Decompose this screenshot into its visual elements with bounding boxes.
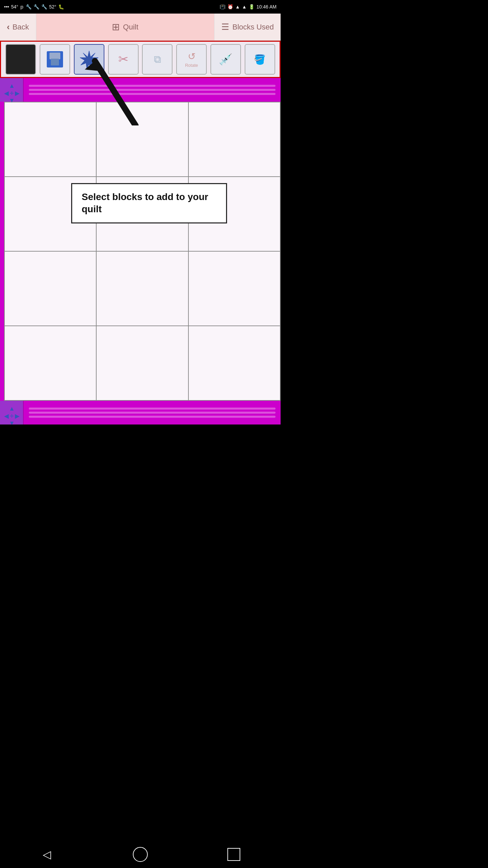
signal-icon: ▲ <box>242 4 247 9</box>
back-label: Back <box>13 23 29 32</box>
wifi-icon: ▲ <box>235 4 240 9</box>
quilt-tab[interactable]: ⊞ Quilt <box>36 14 214 40</box>
grid-cell-0-1[interactable] <box>97 102 188 177</box>
grid-cell-2-1[interactable] <box>97 252 188 326</box>
move-arrows-icon-bottom: ▲ ◀✛▶ ▼ <box>4 405 19 420</box>
scroll-line-b2 <box>29 412 276 414</box>
scroll-indicator-bottom <box>24 408 281 418</box>
scroll-line-3 <box>29 93 276 95</box>
grid-cell-3-0[interactable] <box>5 326 97 401</box>
eyedropper-icon: 💉 <box>219 53 232 66</box>
scroll-indicator-top <box>24 85 281 95</box>
scroll-line-b3 <box>29 416 276 418</box>
rotate-tool[interactable]: ↺ Rotate <box>176 44 207 75</box>
back-button[interactable]: ‹ Back <box>0 14 36 40</box>
wrench-icon-3: 🔧 <box>41 4 47 9</box>
navigation-bar: ‹ Back ⊞ Quilt ☰ Blocks Used <box>0 14 281 41</box>
bug-icon: 🐛 <box>58 4 64 9</box>
list-icon: ☰ <box>221 22 229 32</box>
battery-icon: 🔋 <box>249 4 255 9</box>
wrench-icon-1: 🔧 <box>26 4 32 9</box>
blocks-used-label: Blocks Used <box>232 23 274 32</box>
grid-cell-3-2[interactable] <box>189 326 281 401</box>
status-right: 📳 ⏰ ▲ ▲ 🔋 10:46 AM <box>220 4 277 9</box>
rotate-icon: ↺ <box>188 51 196 62</box>
eyedropper-tool[interactable]: 💉 <box>210 44 241 75</box>
toolbar: ✂ ⧉ ↺ Rotate 💉 🪣 <box>0 41 281 78</box>
copy-icon: ⧉ <box>154 54 161 65</box>
svg-marker-0 <box>80 51 98 68</box>
move-arrows-icon: ▲ ◀✛▶ ▼ <box>4 82 19 97</box>
wrench-icon-2: 🔧 <box>34 4 39 9</box>
time-display: 10:46 AM <box>257 4 277 9</box>
move-button-bottom[interactable]: ▲ ◀✛▶ ▼ <box>0 401 24 425</box>
save-tool[interactable] <box>40 44 70 75</box>
grid-cell-0-0[interactable] <box>5 102 97 177</box>
black-square-tool[interactable] <box>5 44 36 75</box>
quilt-area: ▲ ◀✛▶ ▼ ▲ ◀✛▶ <box>0 78 281 425</box>
scroll-line-b1 <box>29 408 276 410</box>
scroll-line-1 <box>29 85 276 87</box>
quilt-top-bar: ▲ ◀✛▶ ▼ <box>0 78 281 102</box>
status-bar: ••• 54° 𝕡 🔧 🔧 🔧 52° 🐛 📳 ⏰ ▲ ▲ 🔋 10:46 AM <box>0 0 281 14</box>
vibrate-icon: 📳 <box>220 4 225 9</box>
rotate-label: Rotate <box>185 63 198 68</box>
blocks-used-tab[interactable]: ☰ Blocks Used <box>214 14 281 40</box>
grid-icon: ⊞ <box>112 21 120 33</box>
scroll-line-2 <box>29 89 276 91</box>
scissors-icon: ✂ <box>118 52 128 66</box>
grid-cell-3-1[interactable] <box>97 326 188 401</box>
select-blocks-tooltip: Select blocks to add to your quilt <box>71 183 227 223</box>
left-purple-bar <box>0 78 4 425</box>
alarm-icon: ⏰ <box>227 4 233 9</box>
temperature-2: 52° <box>49 4 56 9</box>
quilt-label: Quilt <box>123 23 138 32</box>
status-left: ••• 54° 𝕡 🔧 🔧 🔧 52° 🐛 <box>4 4 64 9</box>
grid-cell-0-2[interactable] <box>189 102 281 177</box>
pinterest-icon: 𝕡 <box>20 4 24 9</box>
starburst-tool[interactable] <box>74 44 104 75</box>
copy-tool[interactable]: ⧉ <box>142 44 172 75</box>
fabric-tool[interactable]: 🪣 <box>245 44 275 75</box>
tooltip-text: Select blocks to add to your quilt <box>82 192 208 214</box>
quilt-grid <box>4 102 281 401</box>
scissors-tool[interactable]: ✂ <box>108 44 139 75</box>
notification-dots: ••• <box>4 4 9 9</box>
move-button-top[interactable]: ▲ ◀✛▶ ▼ <box>0 78 24 102</box>
back-chevron-icon: ‹ <box>7 22 10 32</box>
floppy-disk-icon <box>47 51 63 67</box>
grid-cell-2-2[interactable] <box>189 252 281 326</box>
starburst-icon <box>80 50 98 68</box>
temperature-1: 54° <box>11 4 18 9</box>
quilt-bottom-bar: ▲ ◀✛▶ ▼ <box>0 401 281 425</box>
fabric-icon: 🪣 <box>254 54 266 65</box>
grid-cell-2-0[interactable] <box>5 252 97 326</box>
